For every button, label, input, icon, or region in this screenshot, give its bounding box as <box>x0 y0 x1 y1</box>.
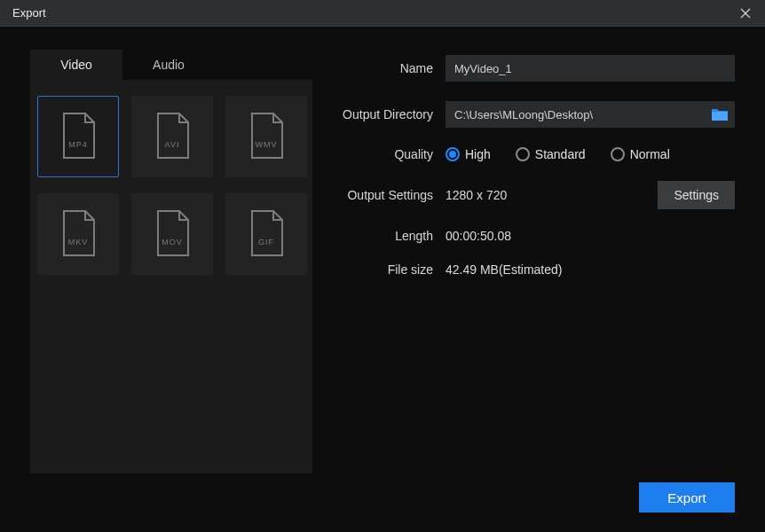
radio-standard[interactable]: Standard <box>516 147 586 161</box>
radio-label: Standard <box>535 147 586 161</box>
format-tile-mkv[interactable]: MKV <box>37 193 119 275</box>
file-icon: MOV <box>153 209 192 259</box>
svg-rect-2 <box>712 112 728 121</box>
radio-normal[interactable]: Normal <box>611 147 670 161</box>
right-panel: Name Output Directory <box>328 50 735 473</box>
format-tile-wmv[interactable]: WMV <box>225 96 307 177</box>
row-name: Name <box>328 55 735 82</box>
format-tile-gif[interactable]: GIF <box>225 193 307 275</box>
row-quality: Quality High Standard <box>328 147 735 161</box>
format-label: MOV <box>153 238 192 246</box>
length-value: 00:00:50.08 <box>446 229 511 243</box>
format-label: MP4 <box>59 140 98 149</box>
left-panel: Video Audio MP4 AVI <box>30 50 312 473</box>
output-dir-wrap <box>446 101 735 128</box>
radio-high[interactable]: High <box>446 147 491 161</box>
name-input[interactable] <box>446 55 735 82</box>
file-icon: WMV <box>247 112 286 161</box>
radio-icon <box>446 147 460 161</box>
format-tile-mov[interactable]: MOV <box>131 193 213 275</box>
file-icon: MKV <box>59 209 98 259</box>
format-tile-avi[interactable]: AVI <box>131 96 213 177</box>
label-output-dir: Output Directory <box>328 107 446 121</box>
tab-video[interactable]: Video <box>30 50 122 80</box>
close-button[interactable] <box>733 1 758 26</box>
radio-icon <box>611 147 625 161</box>
radio-label: High <box>465 147 491 161</box>
file-icon: MP4 <box>59 112 98 161</box>
label-output-settings: Output Settings <box>328 188 446 202</box>
quality-radio-group: High Standard Normal <box>446 147 670 161</box>
footer: Export <box>30 473 735 512</box>
main-row: Video Audio MP4 AVI <box>30 50 735 473</box>
file-icon: GIF <box>247 209 286 259</box>
titlebar: Export <box>0 0 765 27</box>
browse-folder-button[interactable] <box>708 105 731 124</box>
window-title: Export <box>12 6 733 20</box>
tab-audio[interactable]: Audio <box>122 50 215 80</box>
format-label: MKV <box>59 238 98 246</box>
export-button[interactable]: Export <box>639 482 735 512</box>
output-settings-value: 1280 x 720 <box>446 188 507 202</box>
row-file-size: File size 42.49 MB(Estimated) <box>328 262 735 277</box>
format-grid: MP4 AVI WMV <box>30 80 312 473</box>
radio-icon <box>516 147 530 161</box>
label-file-size: File size <box>328 262 446 277</box>
close-icon <box>740 8 751 19</box>
export-window: Export Video Audio MP4 <box>0 0 765 532</box>
output-dir-input[interactable] <box>446 101 708 128</box>
row-output-settings: Output Settings 1280 x 720 Settings <box>328 181 735 209</box>
radio-label: Normal <box>630 147 670 161</box>
label-name: Name <box>328 61 446 75</box>
dialog-body: Video Audio MP4 AVI <box>0 27 765 532</box>
format-label: WMV <box>247 140 286 149</box>
tab-bar: Video Audio <box>30 50 312 80</box>
format-tile-mp4[interactable]: MP4 <box>37 96 119 177</box>
format-label: AVI <box>153 140 192 149</box>
label-length: Length <box>328 229 446 243</box>
row-length: Length 00:00:50.08 <box>328 229 735 243</box>
file-size-value: 42.49 MB(Estimated) <box>446 262 563 277</box>
file-icon: AVI <box>153 112 192 161</box>
label-quality: Quality <box>328 147 446 161</box>
format-label: GIF <box>247 238 286 246</box>
folder-icon <box>711 107 729 121</box>
row-output-dir: Output Directory <box>328 101 735 128</box>
settings-button[interactable]: Settings <box>658 181 735 209</box>
